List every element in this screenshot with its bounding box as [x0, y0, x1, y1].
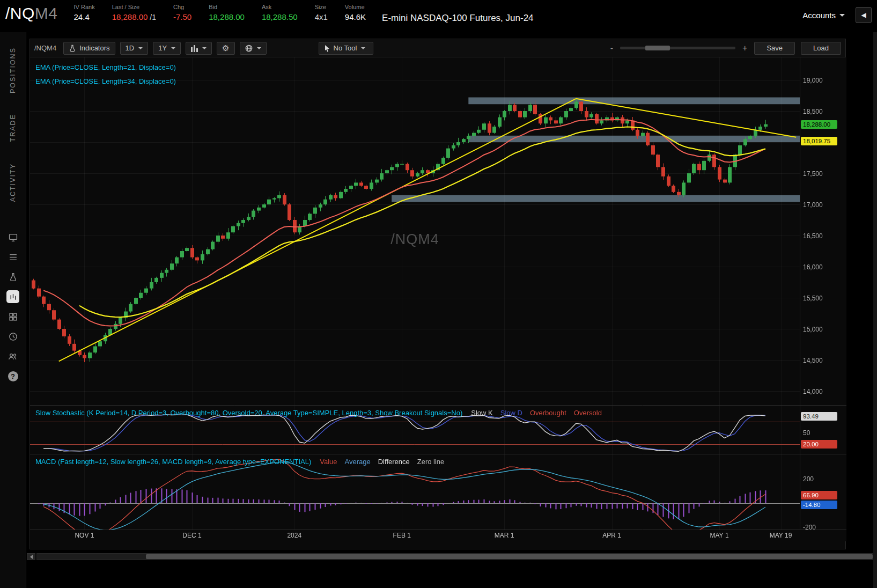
quote-fields: IV Rank24.4Last / Size18,288.00 /1Chg-7.…: [65, 0, 375, 21]
zoom-in-button[interactable]: +: [741, 43, 748, 53]
chart-toolbar: /NQM4 Indicators 1D 1Y ⚙ No Too: [30, 39, 845, 57]
scrollbar-track[interactable]: [36, 553, 874, 560]
left-sidebar: POSITIONS TRADE ACTIVITY ?: [0, 32, 26, 588]
watchlist-icon[interactable]: [6, 251, 19, 263]
quote-field-bid: Bid18,288.00: [209, 4, 245, 21]
range-value: 1Y: [158, 44, 167, 52]
share-people-icon[interactable]: [6, 350, 19, 363]
price-chart-canvas[interactable]: [30, 57, 846, 541]
stoch-oversold-badge: 20.00: [801, 440, 837, 449]
quote-field-last-size: Last / Size18,288.00 /1: [112, 4, 156, 21]
globe-grid-icon: [245, 45, 253, 52]
sidebar-tab-activity[interactable]: ACTIVITY: [9, 163, 17, 202]
cursor-icon: [324, 45, 330, 52]
scroll-left-button[interactable]: [27, 553, 35, 560]
help-icon[interactable]: ?: [6, 370, 19, 383]
macd-value-badge: 66.90: [801, 491, 837, 499]
candlestick-icon: [191, 45, 198, 52]
stochastic-legend: Slow KSlow DOverboughtOversold: [471, 408, 609, 417]
quote-field-size: Size4x1: [315, 4, 328, 21]
macd-average-badge: -14.80: [801, 501, 837, 509]
ema34-label[interactable]: EMA (Price=CLOSE, Length=34, Displace=0): [35, 75, 176, 89]
macd-header: MACD (Fast length=12, Slow length=26, MA…: [35, 457, 452, 466]
chevron-down-icon: [361, 47, 365, 49]
chevron-down-icon: [138, 47, 143, 49]
chart-settings-button[interactable]: ⚙: [217, 42, 234, 55]
sidebar-icon-rail: ?: [0, 231, 26, 383]
symbol-root: /NQ: [5, 4, 35, 22]
ema21-label[interactable]: EMA (Price=CLOSE, Length=21, Displace=0): [35, 61, 176, 75]
legend-zero-line[interactable]: Zero line: [417, 458, 445, 466]
chart-window: /NQM4 Indicators 1D 1Y ⚙ No Too: [30, 39, 846, 549]
save-button[interactable]: Save: [754, 42, 795, 55]
monitor-icon[interactable]: [6, 231, 19, 244]
legend-difference[interactable]: Difference: [378, 458, 410, 466]
accounts-label: Accounts: [802, 11, 836, 20]
stoch-k-badge: 93.49: [801, 412, 837, 421]
chart-horizontal-scrollbar[interactable]: [27, 553, 874, 561]
load-button[interactable]: Load: [801, 42, 841, 55]
zoom-out-button[interactable]: -: [609, 43, 614, 53]
gear-icon: ⚙: [222, 43, 229, 53]
charts-tab-icon[interactable]: [6, 290, 19, 303]
grid-view-dropdown[interactable]: [240, 42, 267, 55]
legend-average[interactable]: Average: [345, 458, 371, 466]
zoom-slider-thumb[interactable]: [645, 46, 670, 50]
quote-header: /NQM4 IV Rank24.4Last / Size18,288.00 /1…: [0, 0, 877, 32]
chart-type-dropdown[interactable]: [186, 42, 212, 55]
triangle-left-icon: [30, 555, 33, 559]
drawing-tool-dropdown[interactable]: No Tool: [319, 42, 374, 55]
quote-field-ask: Ask18,288.50: [262, 4, 298, 21]
sidebar-tab-trade[interactable]: TRADE: [9, 114, 17, 142]
timeframe-dropdown[interactable]: 1D: [120, 42, 149, 55]
macd-legend: ValueAverageDifferenceZero line: [320, 457, 452, 466]
chart-symbol-label: /NQM4: [34, 44, 56, 52]
collapse-panel-button[interactable]: ◀: [856, 7, 872, 23]
accounts-menu[interactable]: Accounts: [802, 11, 845, 20]
legend-value[interactable]: Value: [320, 458, 337, 466]
app-root: /NQM4 IV Rank24.4Last / Size18,288.00 /1…: [0, 0, 877, 588]
grid-layout-icon[interactable]: [6, 310, 19, 323]
quote-field-volume: Volume94.6K: [345, 4, 366, 21]
contract-description: E-mini NASDAQ-100 Futures, Jun-24: [382, 13, 534, 24]
indicator-labels: EMA (Price=CLOSE, Length=21, Displace=0)…: [35, 61, 176, 89]
analyze-flask-icon[interactable]: [6, 270, 19, 283]
zoom-slider[interactable]: [620, 47, 735, 49]
indicators-button[interactable]: Indicators: [63, 42, 115, 55]
indicators-label: Indicators: [79, 44, 109, 52]
sidebar-tab-positions[interactable]: POSITIONS: [9, 47, 17, 93]
symbol-suffix: M4: [35, 4, 58, 22]
chevron-down-icon: [171, 47, 175, 49]
legend-slow-d[interactable]: Slow D: [500, 409, 522, 417]
legend-overbought[interactable]: Overbought: [530, 409, 566, 417]
timeframe-value: 1D: [126, 44, 135, 52]
history-clock-icon[interactable]: [6, 330, 19, 343]
stochastic-header: Slow Stochastic (K Period=14, D Period=3…: [35, 408, 609, 417]
quote-field-chg: Chg-7.50: [173, 4, 191, 21]
legend-oversold[interactable]: Oversold: [574, 409, 602, 417]
range-dropdown[interactable]: 1Y: [153, 42, 181, 55]
chevron-down-icon: [839, 14, 845, 17]
tool-label: No Tool: [334, 44, 357, 52]
last-price-badge: 18,288.00: [801, 120, 837, 129]
quote-field-iv-rank: IV Rank24.4: [74, 4, 95, 21]
flask-icon: [69, 45, 76, 52]
chevron-down-icon: [257, 47, 261, 49]
stochastic-title[interactable]: Slow Stochastic (K Period=14, D Period=3…: [35, 409, 462, 417]
chevron-down-icon: [202, 47, 207, 49]
toolbar-right-group: - + Save Load: [609, 42, 841, 55]
right-panel-edge: [873, 32, 877, 588]
symbol-title: /NQM4: [5, 4, 58, 23]
ema-price-badge: 18,019.75: [801, 137, 837, 145]
macd-title[interactable]: MACD (Fast length=12, Slow length=26, MA…: [35, 458, 311, 466]
legend-slow-k[interactable]: Slow K: [471, 409, 492, 417]
scrollbar-thumb[interactable]: [146, 554, 873, 559]
